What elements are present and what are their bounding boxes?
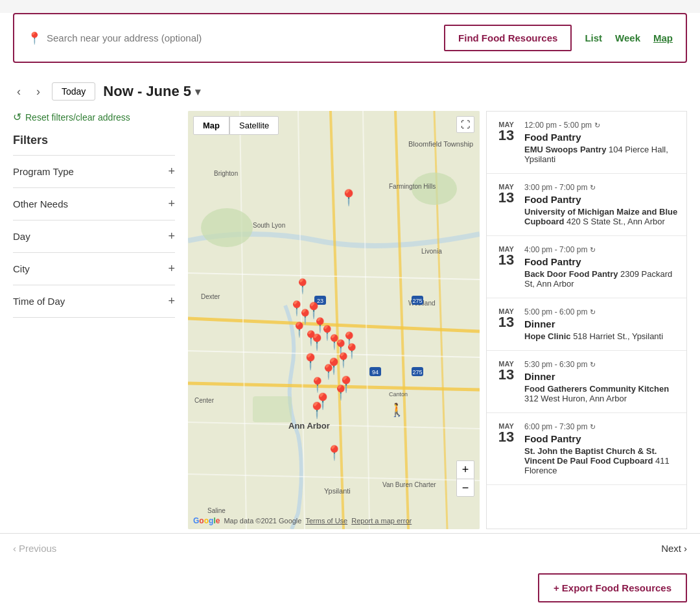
pagination: ‹ Previous Next ›	[0, 533, 700, 563]
svg-text:275: 275	[412, 369, 422, 375]
recur-icon-1: ↻	[594, 121, 600, 130]
event-date-5: MAY 13	[495, 360, 518, 382]
recur-icon-4: ↻	[590, 308, 596, 316]
filters-title: Filters	[13, 134, 175, 147]
svg-text:Saline: Saline	[207, 507, 226, 514]
svg-text:📍: 📍	[304, 301, 323, 320]
event-org-2: University of Michigan Maize and Blue Cu…	[524, 207, 679, 226]
event-org-3: Back Door Food Pantry 2309 Packard St, A…	[524, 269, 679, 289]
zoom-in-button[interactable]: +	[456, 460, 474, 479]
svg-text:Van Buren Charter: Van Buren Charter	[382, 481, 436, 488]
map-controls-top: Map Satellite	[193, 116, 279, 135]
event-date-4: MAY 13	[495, 307, 518, 329]
svg-text:📍: 📍	[324, 357, 344, 375]
reset-icon: ↺	[13, 111, 21, 123]
event-type-4: Dinner	[524, 318, 679, 329]
filter-other-needs-expand-icon: +	[168, 197, 175, 211]
event-time-6: 6:00 pm - 7:30 pm ↻	[524, 422, 679, 431]
svg-text:South Lyon: South Lyon	[253, 222, 285, 229]
map-footer: Google Map data ©2021 Google Terms of Us…	[193, 516, 412, 525]
event-item-2[interactable]: MAY 13 3:00 pm - 7:00 pm ↻ Food Pantry U…	[487, 174, 686, 236]
export-bar: + Export Food Resources	[0, 563, 700, 607]
week-view-button[interactable]: Week	[615, 32, 640, 43]
event-org-1: EMU Swoops Pantry 104 Pierce Hall, Ypsil…	[524, 145, 679, 164]
header-actions: Find Food Resources List Week Map	[444, 25, 673, 51]
filter-other-needs[interactable]: Other Needs +	[13, 188, 175, 220]
map-tab-satellite[interactable]: Satellite	[229, 116, 279, 135]
event-type-1: Food Pantry	[524, 132, 679, 143]
event-date-3: MAY 13	[495, 245, 518, 267]
svg-text:📍: 📍	[301, 352, 320, 371]
event-item-5[interactable]: MAY 13 5:30 pm - 6:30 pm ↻ Dinner Food G…	[487, 351, 686, 413]
next-nav-button[interactable]: ›	[32, 84, 44, 100]
event-type-3: Food Pantry	[524, 256, 679, 267]
event-time-5: 5:30 pm - 6:30 pm ↻	[524, 360, 679, 369]
svg-text:275: 275	[412, 298, 422, 304]
map-tab-map[interactable]: Map	[193, 116, 229, 135]
map-container[interactable]: Bloomfield Township Farmington Hills Liv…	[188, 111, 480, 529]
event-org-5: Food Gatherers Community Kitchen 312 Wes…	[524, 384, 679, 403]
filter-time-of-day[interactable]: Time of Day +	[13, 285, 175, 318]
event-type-6: Food Pantry	[524, 433, 679, 444]
map-svg: Bloomfield Township Farmington Hills Liv…	[188, 111, 480, 529]
event-details-5: 5:30 pm - 6:30 pm ↻ Dinner Food Gatherer…	[524, 360, 679, 403]
export-food-resources-button[interactable]: + Export Food Resources	[538, 573, 687, 602]
zoom-out-button[interactable]: −	[456, 479, 474, 497]
map-zoom-controls: + −	[456, 460, 474, 497]
svg-text:Livonia: Livonia	[421, 248, 442, 255]
prev-nav-button[interactable]: ‹	[13, 84, 25, 100]
next-page-button[interactable]: Next ›	[661, 543, 687, 554]
google-logo: Google	[193, 516, 220, 525]
filter-city[interactable]: City +	[13, 253, 175, 285]
prev-page-button[interactable]: ‹ Previous	[13, 543, 56, 554]
prev-page-label: Previous	[19, 543, 56, 554]
filter-city-expand-icon: +	[168, 262, 175, 276]
date-chevron-icon: ▾	[195, 86, 200, 98]
recur-icon-5: ↻	[590, 361, 596, 369]
reset-filters-button[interactable]: ↺ Reset filters/clear address	[13, 111, 175, 123]
filter-program-type[interactable]: Program Type +	[13, 156, 175, 188]
filter-time-of-day-label: Time of Day	[13, 296, 65, 307]
svg-text:Brighton: Brighton	[214, 170, 238, 177]
event-details-6: 6:00 pm - 7:30 pm ↻ Food Pantry St. John…	[524, 422, 679, 475]
svg-text:📍: 📍	[309, 376, 327, 394]
event-date-1: MAY 13	[495, 121, 518, 143]
event-time-3: 4:00 pm - 7:00 pm ↻	[524, 245, 679, 254]
map-expand-button[interactable]: ⛶	[456, 116, 474, 133]
filter-other-needs-label: Other Needs	[13, 198, 68, 209]
event-day-3: 13	[498, 253, 514, 267]
map-terms-link[interactable]: Terms of Use	[305, 517, 347, 525]
event-org-6: St. John the Baptist Church & St. Vincen…	[524, 446, 679, 475]
event-item-4[interactable]: MAY 13 5:00 pm - 6:00 pm ↻ Dinner Hope C…	[487, 298, 686, 351]
event-time-2: 3:00 pm - 7:00 pm ↻	[524, 183, 679, 192]
svg-rect-15	[253, 396, 292, 422]
filter-program-type-label: Program Type	[13, 166, 74, 177]
date-range: Now - June 5 ▾	[103, 83, 200, 100]
event-item-6[interactable]: MAY 13 6:00 pm - 7:30 pm ↻ Food Pantry S…	[487, 413, 686, 485]
next-chevron-icon: ›	[684, 543, 687, 554]
event-item-3[interactable]: MAY 13 4:00 pm - 7:00 pm ↻ Food Pantry B…	[487, 236, 686, 298]
event-details-3: 4:00 pm - 7:00 pm ↻ Food Pantry Back Doo…	[524, 245, 679, 289]
today-button[interactable]: Today	[52, 82, 95, 101]
event-date-6: MAY 13	[495, 422, 518, 444]
sidebar: ↺ Reset filters/clear address Filters Pr…	[13, 111, 188, 529]
map-report-link[interactable]: Report a map error	[351, 517, 412, 525]
list-view-button[interactable]: List	[585, 32, 602, 43]
search-area: 📍	[27, 31, 436, 45]
svg-text:📍: 📍	[339, 188, 358, 207]
svg-text:📍: 📍	[294, 278, 312, 295]
event-org-4: Hope Clinic 518 Harriet St., Ypsilanti	[524, 331, 679, 341]
event-day-2: 13	[498, 191, 514, 205]
map-area: Bloomfield Township Farmington Hills Liv…	[188, 111, 480, 529]
map-view-button[interactable]: Map	[653, 32, 673, 43]
find-food-resources-button[interactable]: Find Food Resources	[444, 25, 572, 51]
filter-day[interactable]: Day +	[13, 220, 175, 253]
filter-day-label: Day	[13, 231, 30, 242]
svg-text:Dexter: Dexter	[201, 293, 220, 300]
event-item-1[interactable]: MAY 13 12:00 pm - 5:00 pm ↻ Food Pantry …	[487, 112, 686, 174]
svg-text:📍: 📍	[307, 333, 327, 351]
filter-city-label: City	[13, 263, 30, 274]
search-input[interactable]	[47, 32, 436, 43]
svg-text:📍: 📍	[307, 401, 327, 420]
event-list: MAY 13 12:00 pm - 5:00 pm ↻ Food Pantry …	[486, 111, 687, 529]
